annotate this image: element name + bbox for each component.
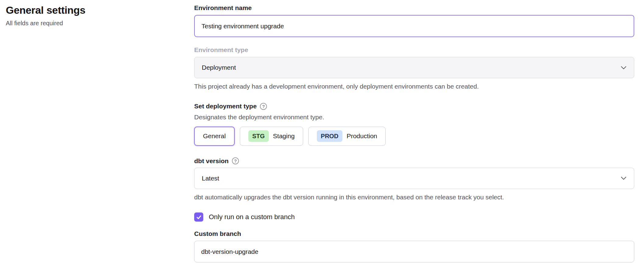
custom-branch-group: Custom branch [194,230,634,262]
environment-type-group: Environment type Deployment This project… [194,46,634,91]
custom-branch-checkbox-group: Only run on a custom branch [194,212,634,222]
dbt-version-selected-value: Latest [202,175,219,182]
deployment-type-option-staging[interactable]: STG Staging [240,127,303,146]
deployment-type-group: Set deployment type ? Designates the dep… [194,103,634,146]
dbt-version-label: dbt version [194,157,229,165]
option-label: Staging [273,132,295,140]
environment-type-label: Environment type [194,46,634,54]
environment-type-selected-value: Deployment [202,64,236,71]
environment-type-select[interactable]: Deployment [194,57,634,78]
chevron-down-icon [621,176,627,180]
custom-branch-label: Custom branch [194,230,634,237]
dbt-version-helper: dbt automatically upgrades the dbt versi… [194,193,634,202]
chevron-down-icon [621,66,627,70]
page-header: General settings All fields are required [6,4,176,27]
option-label: General [203,132,226,140]
staging-badge: STG [248,130,269,142]
environment-name-group: Environment name [194,4,634,37]
environment-name-input[interactable] [194,15,634,37]
option-label: Production [347,132,377,140]
dbt-version-group: dbt version ? Latest dbt automatically u… [194,157,634,202]
deployment-type-options: General STG Staging PROD Production [194,127,634,146]
deployment-type-helper: Designates the deployment environment ty… [194,113,634,121]
environment-type-helper: This project already has a development e… [194,82,634,91]
production-badge: PROD [317,130,342,142]
page-title: General settings [6,4,176,16]
page-subtitle: All fields are required [6,20,176,27]
environment-name-label: Environment name [194,4,634,12]
help-icon[interactable]: ? [232,157,239,164]
environment-settings-form: Environment name Environment type Deploy… [194,4,634,262]
custom-branch-input[interactable] [194,241,634,262]
deployment-type-option-general[interactable]: General [194,127,235,146]
deployment-type-label: Set deployment type [194,103,257,110]
checkmark-icon [196,214,202,220]
custom-branch-checkbox-label: Only run on a custom branch [209,213,295,221]
help-icon[interactable]: ? [260,103,267,110]
custom-branch-checkbox[interactable] [194,212,203,222]
deployment-type-option-production[interactable]: PROD Production [308,127,386,146]
dbt-version-select[interactable]: Latest [194,168,634,189]
